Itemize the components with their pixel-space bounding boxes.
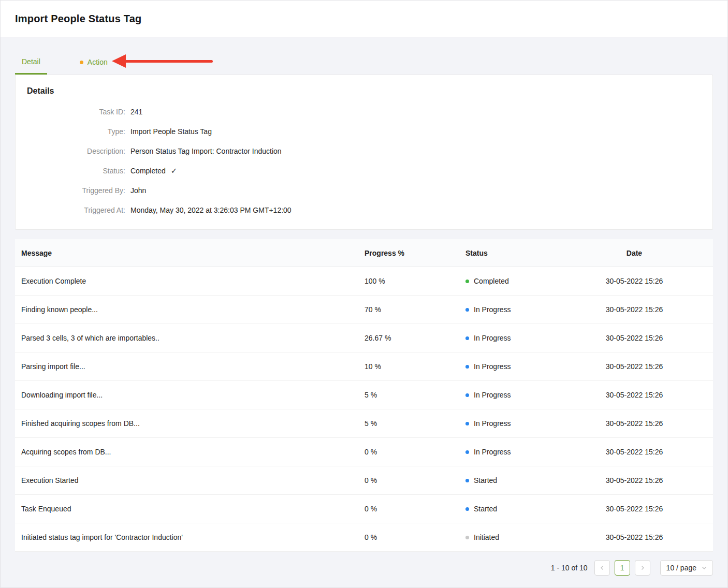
field-value-text: John [130, 186, 146, 195]
status-text: In Progress [474, 334, 511, 342]
annotation-arrow-icon [112, 54, 213, 68]
cell-date: 30-05-2022 15:26 [562, 334, 713, 342]
status-dot-icon [465, 422, 469, 425]
tab-detail-label: Detail [22, 57, 40, 66]
tab-detail[interactable]: Detail [15, 50, 47, 75]
column-header-progress: Progress % [365, 249, 465, 257]
table-row[interactable]: Initiated status tag import for 'Contrac… [15, 523, 713, 552]
cell-message: Acquiring scopes from DB... [15, 448, 365, 456]
field-value: John [130, 186, 146, 195]
cell-status: In Progress [465, 419, 562, 428]
cell-progress: 0 % [365, 533, 465, 541]
status-text: Started [474, 476, 497, 484]
column-header-message: Message [15, 249, 365, 257]
status-text: In Progress [474, 305, 511, 314]
page-1-button[interactable]: 1 [615, 560, 630, 576]
field-value: 241 [130, 108, 142, 116]
field-value: Import People Status Tag [130, 127, 212, 136]
field-value-text: Completed [130, 167, 166, 175]
check-icon: ✓ [171, 166, 178, 175]
column-header-date: Date [562, 249, 713, 257]
chevron-left-icon [600, 565, 605, 570]
table-row[interactable]: Finding known people...70 %In Progress30… [15, 296, 713, 324]
cell-date: 30-05-2022 15:26 [562, 277, 713, 285]
cell-message: Parsing import file... [15, 362, 365, 371]
details-fields: Task ID:241Type:Import People Status Tag… [27, 102, 700, 220]
cell-date: 30-05-2022 15:26 [562, 505, 713, 513]
status-text: In Progress [474, 448, 511, 456]
field-label: Type: [27, 127, 125, 136]
field-value: Completed✓ [130, 166, 177, 175]
page-size-value: 10 / page [666, 564, 696, 572]
table-row[interactable]: Downloading import file...5 %In Progress… [15, 381, 713, 409]
table-row[interactable]: Execution Started0 %Started30-05-2022 15… [15, 466, 713, 495]
cell-message: Execution Complete [15, 277, 365, 285]
cell-status: In Progress [465, 334, 562, 342]
status-text: In Progress [474, 362, 511, 371]
status-text: Completed [474, 277, 509, 285]
cell-progress: 70 % [365, 305, 465, 314]
page-title: Import People Status Tag [15, 13, 141, 25]
status-dot-icon [465, 393, 469, 397]
table-row[interactable]: Task Enqueued0 %Started30-05-2022 15:26 [15, 495, 713, 523]
cell-date: 30-05-2022 15:26 [562, 362, 713, 371]
status-text: In Progress [474, 419, 511, 428]
cell-progress: 10 % [365, 362, 465, 371]
cell-date: 30-05-2022 15:26 [562, 533, 713, 541]
cell-date: 30-05-2022 15:26 [562, 419, 713, 428]
field-label: Description: [27, 147, 125, 155]
cell-message: Execution Started [15, 476, 365, 484]
cell-message: Downloading import file... [15, 391, 365, 399]
pagination: 1 - 10 of 10 1 10 / page [15, 560, 713, 579]
status-dot-icon [465, 536, 469, 539]
cell-status: Initiated [465, 533, 562, 541]
chevron-down-icon [702, 565, 707, 570]
status-dot-icon [465, 479, 469, 482]
field-value: Person Status Tag Import: Contractor Ind… [130, 147, 282, 155]
cell-progress: 0 % [365, 448, 465, 456]
details-field-row: Description:Person Status Tag Import: Co… [27, 141, 700, 161]
field-value-text: Import People Status Tag [130, 127, 212, 136]
column-header-status: Status [465, 249, 562, 257]
cell-message: Task Enqueued [15, 505, 365, 513]
field-label: Status: [27, 167, 125, 175]
cell-progress: 0 % [365, 476, 465, 484]
tab-bar: Detail Action [15, 50, 713, 75]
cell-message: Initiated status tag import for 'Contrac… [15, 533, 365, 541]
table-row[interactable]: Finished acquiring scopes from DB...5 %I… [15, 409, 713, 438]
table-body: Execution Complete100 %Completed30-05-20… [15, 267, 713, 552]
cell-progress: 0 % [365, 505, 465, 513]
cell-date: 30-05-2022 15:26 [562, 448, 713, 456]
next-page-button[interactable] [635, 560, 650, 576]
page-size-select[interactable]: 10 / page [660, 560, 713, 576]
cell-status: Started [465, 505, 562, 513]
arrow-shaft [126, 60, 213, 62]
field-value: Monday, May 30, 2022 at 3:26:03 PM GMT+1… [130, 206, 292, 214]
status-dot-icon [465, 336, 469, 340]
tab-action-label: Action [88, 58, 108, 66]
table-row[interactable]: Parsing import file...10 %In Progress30-… [15, 352, 713, 381]
details-field-row: Task ID:241 [27, 102, 700, 122]
cell-date: 30-05-2022 15:26 [562, 391, 713, 399]
status-text: Initiated [474, 533, 499, 541]
table-row[interactable]: Acquiring scopes from DB...0 %In Progres… [15, 438, 713, 466]
table-row[interactable]: Execution Complete100 %Completed30-05-20… [15, 267, 713, 296]
previous-page-button[interactable] [594, 560, 610, 576]
details-field-row: Status:Completed✓ [27, 161, 700, 181]
tab-action[interactable]: Action [73, 50, 114, 75]
details-field-row: Triggered By:John [27, 181, 700, 200]
cell-progress: 5 % [365, 391, 465, 399]
cell-status: Started [465, 476, 562, 484]
cell-date: 30-05-2022 15:26 [562, 305, 713, 314]
status-text: Started [474, 505, 497, 513]
details-card: Details Task ID:241Type:Import People St… [15, 75, 713, 230]
cell-progress: 5 % [365, 419, 465, 428]
table-row[interactable]: Parsed 3 cells, 3 of which are importabl… [15, 324, 713, 352]
task-log-table: Message Progress % Status Date Execution… [15, 239, 713, 552]
status-dot-icon [465, 450, 469, 454]
cell-status: In Progress [465, 391, 562, 399]
field-label: Task ID: [27, 108, 125, 116]
field-value-text: 241 [130, 108, 142, 116]
details-field-row: Type:Import People Status Tag [27, 122, 700, 141]
field-value-text: Monday, May 30, 2022 at 3:26:03 PM GMT+1… [130, 206, 292, 214]
